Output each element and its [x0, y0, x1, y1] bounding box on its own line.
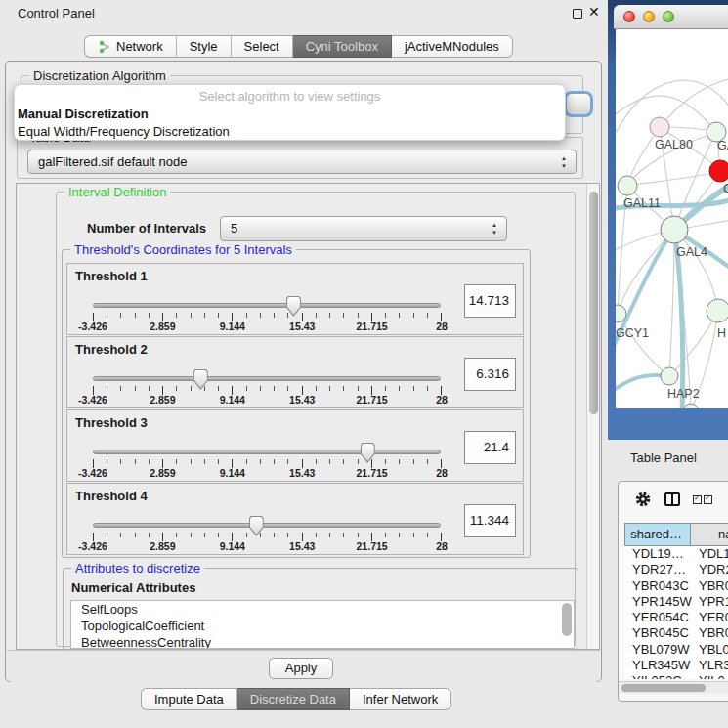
mac-close-icon[interactable]: [623, 11, 635, 22]
cyni-bottom-tabs: Impute Data Discretize Data Infer Networ…: [141, 688, 451, 710]
threshold-4-value-field[interactable]: 11.344: [464, 504, 516, 537]
table-cell[interactable]: YBL0: [691, 642, 728, 658]
network-edge[interactable]: [669, 230, 674, 376]
close-window-icon[interactable]: ✕: [588, 4, 600, 20]
numerical-attributes-label: Numerical Attributes: [71, 580, 195, 595]
table-cell[interactable]: YLR345W: [624, 658, 691, 673]
mac-minimize-icon[interactable]: [643, 11, 655, 22]
float-window-icon[interactable]: [573, 9, 582, 19]
table-row[interactable]: YER054CYER0: [624, 610, 728, 625]
table-cell[interactable]: YBR0: [691, 578, 728, 594]
network-node[interactable]: [661, 216, 688, 243]
table-cell[interactable]: YDR27…: [624, 562, 691, 578]
node-label: GAL4: [676, 245, 707, 259]
gear-icon[interactable]: [634, 491, 652, 508]
slider-scale: -3.4262.8599.14415.4321.71528: [93, 467, 442, 480]
slider-scale: -3.4262.8599.14415.4321.71528: [93, 321, 442, 333]
select-columns-icon[interactable]: [693, 495, 712, 504]
threshold-4-slider[interactable]: [93, 523, 441, 528]
algorithm-placeholder-item[interactable]: Select algorithm to view settings: [15, 87, 565, 106]
network-node[interactable]: [618, 176, 637, 195]
tab-impute-data[interactable]: Impute Data: [141, 688, 237, 710]
apply-button[interactable]: Apply: [269, 658, 333, 679]
table-cell[interactable]: YDR2: [691, 562, 728, 578]
table-row[interactable]: YDL19…YDL1: [624, 546, 728, 562]
discretization-algorithm-title: Discretization Algorithm: [29, 68, 170, 83]
table-row[interactable]: YPR145WYPR1: [624, 594, 728, 610]
threshold-3-value-field[interactable]: 21.4: [464, 431, 516, 464]
algorithm-item-equal-width[interactable]: Equal Width/Frequency Discretization: [15, 123, 565, 141]
slider-scale: -3.4262.8599.14415.4321.71528: [93, 540, 442, 553]
node-table-body[interactable]: YDL19…YDL1YDR27…YDR2YBR043CYBR0YPR145WYP…: [624, 546, 728, 679]
node-label: HAP2: [667, 387, 700, 401]
threshold-2-value-field[interactable]: 6.316: [464, 358, 516, 391]
table-row[interactable]: YDR27…YDR2: [624, 562, 728, 578]
tab-cyni-toolbox[interactable]: Cyni Toolbox: [293, 35, 392, 58]
network-edge[interactable]: [627, 171, 720, 186]
horizontal-scrollbar-thumb[interactable]: [621, 684, 706, 692]
algorithm-combobox[interactable]: [564, 91, 593, 117]
settings-scrollpane: Interval Definition Number of Intervals …: [16, 183, 600, 650]
network-edge[interactable]: [669, 311, 718, 376]
table-header-row: shared… na: [624, 523, 728, 546]
tick-label: 21.715: [357, 321, 388, 332]
network-node[interactable]: [707, 299, 728, 322]
table-cell[interactable]: YER054C: [624, 610, 691, 625]
tab-infer-network[interactable]: Infer Network: [350, 688, 451, 710]
attribute-item[interactable]: SelfLoops: [71, 601, 574, 618]
table-cell[interactable]: YDL19…: [624, 546, 691, 562]
tab-network[interactable]: Network: [84, 35, 177, 58]
table-row[interactable]: YLR345WYLR3: [624, 658, 728, 673]
table-cell[interactable]: YBR045C: [624, 625, 691, 641]
threshold-2-label: Threshold 2: [75, 342, 148, 357]
node-label: GAL80: [655, 138, 693, 151]
threshold-1-value-field[interactable]: 14.713: [464, 284, 516, 318]
vertical-scrollbar-thumb[interactable]: [589, 192, 598, 414]
tab-jactivemnodules[interactable]: jActiveMNodules: [392, 35, 513, 58]
network-node[interactable]: [709, 160, 728, 182]
network-node[interactable]: [683, 404, 699, 408]
threshold-1-slider[interactable]: [93, 303, 441, 308]
columns-icon[interactable]: [664, 492, 680, 506]
network-canvas[interactable]: GAL80GACGAL11GAL4GCY1HHAP2: [616, 29, 728, 408]
table-cell[interactable]: YIL052C: [624, 673, 691, 679]
table-row[interactable]: YBR045CYBR0: [624, 625, 728, 641]
tab-style[interactable]: Style: [177, 35, 232, 58]
table-cell[interactable]: YBL079W: [624, 642, 691, 658]
table-cell[interactable]: YBR0: [691, 625, 728, 641]
column-header-shared-name[interactable]: shared…: [624, 523, 691, 546]
tab-discretize-data[interactable]: Discretize Data: [237, 688, 350, 710]
number-of-intervals-combobox[interactable]: 5 ▲▼: [220, 216, 507, 241]
attribute-item[interactable]: BetweennessCentrality: [71, 634, 574, 649]
tab-select[interactable]: Select: [232, 35, 293, 58]
attribute-item[interactable]: TopologicalCoefficient: [71, 618, 574, 634]
list-scrollbar-thumb[interactable]: [562, 603, 572, 636]
table-row[interactable]: YBR043CYBR0: [624, 578, 728, 594]
table-panel: Table Panel shared… na YDL19…YDL1YDR27…Y…: [608, 440, 728, 728]
network-edge[interactable]: [660, 78, 728, 127]
cyni-toolbox-panel: Discretization Algorithm Select algorith…: [5, 61, 602, 682]
table-cell[interactable]: YPR1: [691, 594, 728, 610]
mac-zoom-icon[interactable]: [663, 11, 674, 22]
tick-label: 21.715: [357, 394, 388, 406]
table-cell[interactable]: YLR3: [691, 658, 728, 673]
table-cell[interactable]: YER0: [691, 610, 728, 625]
numerical-attributes-list[interactable]: SelfLoopsTopologicalCoefficientBetweenne…: [70, 600, 575, 649]
threshold-2-slider[interactable]: [93, 376, 441, 381]
table-cell[interactable]: YBR043C: [624, 578, 691, 594]
table-row[interactable]: YIL052CYIL0: [624, 673, 728, 679]
column-header-name[interactable]: na: [691, 523, 728, 546]
tick-label: -3.426: [78, 540, 107, 552]
algorithm-item-manual[interactable]: Manual Discretization: [15, 106, 565, 123]
number-of-intervals-label: Number of Intervals: [87, 221, 206, 236]
vertical-scrollbar[interactable]: [586, 184, 599, 649]
network-node[interactable]: [661, 367, 678, 385]
table-row[interactable]: YBL079WYBL0: [624, 642, 728, 658]
table-cell[interactable]: YDL1: [691, 546, 728, 562]
network-node[interactable]: [650, 117, 669, 137]
table-data-combobox[interactable]: galFiltered.sif default node ▲▼: [27, 150, 577, 174]
table-cell[interactable]: YIL0: [691, 673, 728, 679]
horizontal-scrollbar[interactable]: [619, 681, 728, 694]
threshold-3-slider[interactable]: [93, 450, 441, 454]
table-cell[interactable]: YPR145W: [624, 594, 691, 610]
